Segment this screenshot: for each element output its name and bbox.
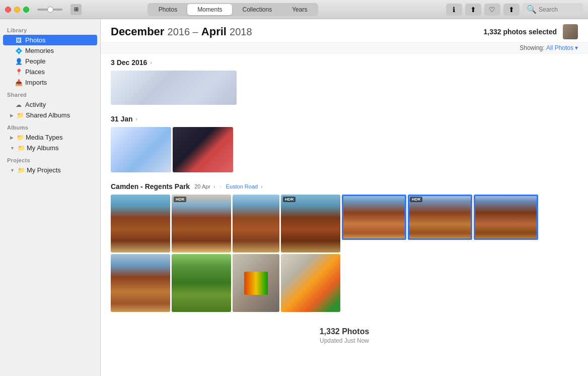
section-jan31: 31 Jan › [101, 110, 588, 177]
people-icon: 👤 [15, 58, 22, 65]
search-icon: 🔍 [527, 5, 537, 14]
search-input[interactable] [539, 6, 584, 13]
content-footer: 1,332 Photos Updated Just Now [101, 317, 588, 354]
sidebar-item-places[interactable]: 📍 Places [3, 67, 97, 77]
sidebar-item-my-albums[interactable]: ▼ 📁 My Albums [3, 143, 97, 153]
showing-dropdown[interactable]: All Photos ▾ [546, 44, 578, 51]
view-toggle-icon[interactable]: ⊞ [70, 4, 82, 15]
photos-icon: 🖼 [15, 37, 22, 44]
shared-label: Shared [0, 88, 100, 99]
section-arrow-dec[interactable]: › [150, 60, 152, 66]
photo-thumb[interactable] [111, 71, 237, 105]
tab-years[interactable]: Years [282, 4, 317, 15]
photo-thumb[interactable] [111, 195, 170, 253]
location-link-camden[interactable]: Euston Road [226, 183, 258, 190]
sidebar-item-people-label: People [25, 57, 45, 65]
minimize-button[interactable] [14, 7, 20, 13]
hdr-badge: HDR [283, 197, 296, 202]
slider-track [37, 9, 62, 11]
photo-thumb[interactable] [111, 254, 170, 312]
sidebar-item-activity-label: Activity [25, 101, 46, 108]
sidebar-item-shared-albums[interactable]: ▶ 📁 Shared Albums [3, 110, 97, 120]
avatar-image [563, 24, 578, 39]
content-title: December 2016 – April 2018 [111, 25, 252, 38]
sidebar-item-imports-label: Imports [25, 79, 47, 86]
title-year1: 2016 [168, 26, 193, 37]
showing-value: All Photos [546, 44, 573, 51]
photos-selected-count: 1,332 photos selected [483, 28, 557, 36]
tab-collections[interactable]: Collections [232, 4, 282, 15]
sidebar-item-photos[interactable]: 🖼 Photos [3, 35, 97, 45]
sidebar-item-people[interactable]: 👤 People [3, 56, 97, 67]
location-arrow-camden: › [261, 184, 262, 190]
sidebar-item-media-types[interactable]: ▶ 📁 Media Types [3, 132, 97, 143]
showing-bar: Showing: All Photos ▾ [101, 43, 588, 53]
maximize-button[interactable] [23, 7, 29, 13]
sidebar-item-my-projects-label: My Projects [27, 166, 61, 174]
hdr-badge: HDR [410, 197, 422, 202]
sidebar-item-activity[interactable]: ☁ Activity [3, 99, 97, 110]
photo-thumb[interactable] [281, 254, 340, 312]
section-date-header-jan: 31 Jan › [111, 115, 578, 123]
search-box[interactable]: 🔍 [523, 3, 583, 16]
sidebar-item-places-label: Places [25, 68, 45, 76]
photo-thumb[interactable] [172, 254, 231, 312]
photo-thumb-selected[interactable] [342, 195, 406, 240]
content: December 2016 – April 2018 1,332 photos … [101, 19, 588, 376]
media-types-icon: 📁 [17, 134, 24, 141]
my-projects-icon: 📁 [18, 167, 25, 174]
expand-albums-icon: ▼ [10, 146, 15, 151]
title-month: December [111, 25, 164, 38]
photo-thumb[interactable]: HDR [281, 195, 340, 253]
sidebar-item-memories-label: Memories [25, 47, 54, 54]
tab-photos[interactable]: Photos [149, 4, 187, 15]
showing-label: Showing: [520, 44, 544, 51]
section-date-dec: 3 Dec 2016 [111, 58, 147, 67]
photo-thumb[interactable] [111, 127, 171, 172]
title-dash: – [193, 26, 198, 37]
info-icon[interactable]: ℹ [446, 4, 462, 16]
zoom-slider[interactable] [37, 9, 62, 11]
sidebar-item-memories[interactable]: 💠 Memories [3, 45, 97, 56]
favorite-icon[interactable]: ♡ [484, 4, 500, 16]
expand-shared-icon: ▶ [10, 113, 14, 118]
main-container: Library 🖼 Photos 💠 Memories 👤 People 📍 P… [0, 19, 588, 376]
expand-projects-icon: ▼ [10, 168, 15, 173]
imports-icon: 📥 [15, 79, 22, 86]
photo-grid-jan [111, 127, 578, 172]
traffic-lights [5, 7, 29, 13]
section-camden: Camden - Regents Park 20 Apr › · Euston … [101, 177, 588, 317]
albums-label: Albums [0, 120, 100, 132]
close-button[interactable] [5, 7, 11, 13]
chevron-down-icon: ▾ [575, 44, 578, 51]
photo-thumb[interactable]: HDR [172, 195, 231, 253]
sidebar: Library 🖼 Photos 💠 Memories 👤 People 📍 P… [0, 19, 101, 376]
section-arrow-camden[interactable]: › [213, 184, 215, 190]
sidebar-item-my-projects[interactable]: ▼ 📁 My Projects [3, 165, 97, 175]
share-icon[interactable]: ⬆ [465, 4, 481, 16]
sidebar-item-imports[interactable]: 📥 Imports [3, 77, 97, 88]
shared-albums-icon: 📁 [17, 112, 24, 119]
section-date-header-dec: 3 Dec 2016 › [111, 58, 578, 67]
content-header: December 2016 – April 2018 1,332 photos … [101, 19, 588, 43]
avatar-thumbnail[interactable] [563, 24, 578, 39]
sidebar-item-shared-albums-label: Shared Albums [26, 111, 70, 119]
section-arrow-jan[interactable]: › [136, 116, 137, 122]
photo-thumb-selected[interactable] [474, 195, 538, 240]
section-date-camden: Camden - Regents Park [111, 182, 190, 191]
photo-thumb-selected[interactable]: HDR [408, 195, 472, 240]
footer-count: 1,332 Photos [111, 327, 578, 336]
section-dec2016: 3 Dec 2016 › [101, 53, 588, 110]
sidebar-item-media-types-label: Media Types [26, 134, 62, 141]
photo-thumb[interactable] [173, 127, 233, 172]
photo-grid-dec [111, 71, 578, 105]
export-icon[interactable]: ⬆ [503, 4, 520, 16]
tab-moments[interactable]: Moments [187, 4, 232, 15]
nav-tabs: Photos Moments Collections Years [148, 3, 319, 16]
section-detail-camden: 20 Apr [193, 183, 210, 190]
dot-sep: · [218, 183, 223, 190]
photo-thumb[interactable] [233, 195, 279, 253]
activity-icon: ☁ [15, 101, 22, 108]
slider-thumb [47, 7, 53, 13]
photo-thumb[interactable] [233, 254, 279, 312]
